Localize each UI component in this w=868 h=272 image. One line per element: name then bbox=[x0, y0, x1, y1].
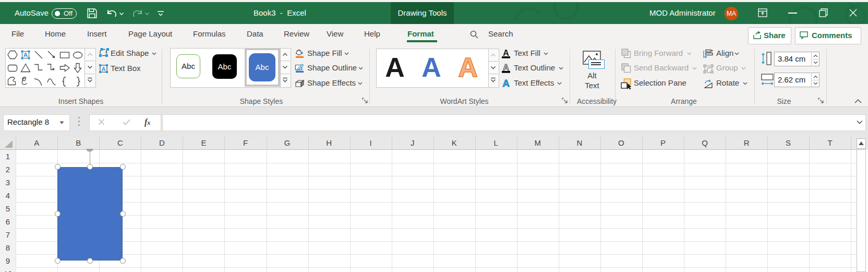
svg-text:A: A bbox=[502, 78, 510, 89]
svg-text:A: A bbox=[23, 52, 28, 58]
svg-text:A: A bbox=[503, 63, 509, 72]
svg-text:A: A bbox=[503, 48, 509, 57]
svg-text:A: A bbox=[102, 66, 106, 72]
